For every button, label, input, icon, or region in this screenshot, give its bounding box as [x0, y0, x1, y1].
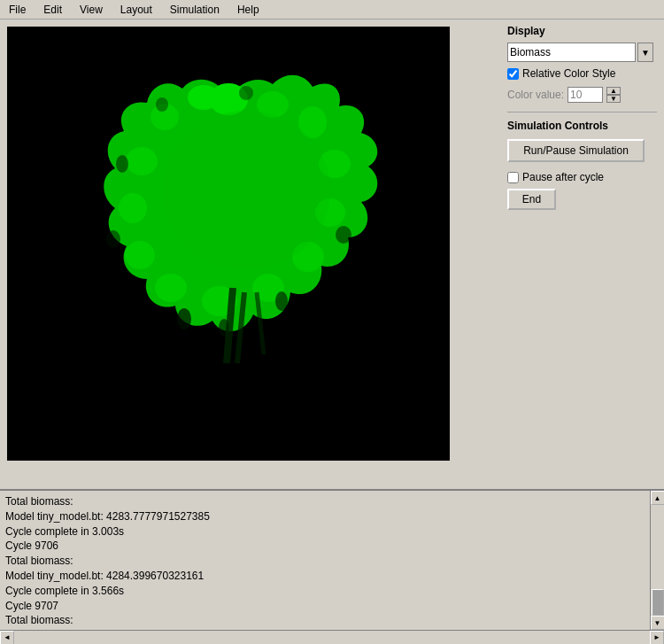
display-dropdown[interactable]: Biomass pH Oxygen Glucose — [507, 43, 636, 62]
log-area[interactable]: Total biomass:Model tiny_model.bt: 4283.… — [0, 491, 650, 630]
log-line: Model tiny_model.bt: 4283.7777971527385 — [5, 509, 645, 524]
log-line: Cycle complete in 3.003s — [5, 524, 645, 539]
log-line: Total biomass: — [5, 494, 645, 509]
log-line: Total biomass: — [5, 554, 645, 569]
color-value-label: Color value: — [507, 89, 564, 101]
log-line: Cycle 9707 — [5, 599, 645, 614]
scroll-up-button[interactable]: ▲ — [651, 491, 665, 505]
menu-layout[interactable]: Layout — [115, 2, 158, 18]
bottom-panel: Total biomass:Model tiny_model.bt: 4283.… — [0, 489, 664, 644]
svg-point-12 — [126, 147, 158, 175]
end-button[interactable]: End — [507, 189, 556, 210]
svg-point-20 — [116, 155, 128, 173]
hscroll-right-button[interactable]: ► — [650, 631, 664, 645]
display-dropdown-container: Biomass pH Oxygen Glucose ▼ — [507, 43, 657, 62]
simulation-canvas — [7, 27, 450, 461]
relative-color-label: Relative Color Style — [522, 67, 615, 80]
svg-point-9 — [155, 274, 187, 302]
display-section-title: Display — [507, 25, 657, 37]
menu-help[interactable]: Help — [232, 2, 265, 18]
svg-point-11 — [119, 193, 147, 223]
scroll-down-button[interactable]: ▼ — [651, 616, 665, 630]
svg-point-19 — [106, 230, 120, 248]
dropdown-arrow-icon[interactable]: ▼ — [637, 43, 653, 62]
menubar: File Edit View Layout Simulation Help — [0, 0, 664, 19]
pause-after-cycle-row: Pause after cycle — [507, 171, 657, 183]
svg-point-15 — [177, 308, 191, 330]
run-pause-button[interactable]: Run/Pause Simulation — [507, 139, 645, 162]
canvas-area — [0, 19, 500, 489]
log-container: Total biomass:Model tiny_model.bt: 4283.… — [0, 491, 664, 630]
main-area: Display Biomass pH Oxygen Glucose ▼ Rela… — [0, 19, 664, 489]
right-panel: Display Biomass pH Oxygen Glucose ▼ Rela… — [500, 19, 664, 489]
hscroll-left-button[interactable]: ◄ — [0, 631, 14, 645]
pause-after-cycle-checkbox[interactable] — [507, 172, 519, 183]
menu-edit[interactable]: Edit — [38, 2, 67, 18]
color-value-spinner: ▲ ▼ — [606, 87, 621, 103]
panel-divider — [507, 112, 657, 113]
menu-file[interactable]: File — [4, 2, 31, 18]
svg-point-21 — [156, 97, 168, 112]
biomass-visualization — [7, 27, 450, 461]
menu-view[interactable]: View — [74, 2, 108, 18]
spinner-up-icon[interactable]: ▲ — [606, 87, 621, 95]
log-line: Total biomass: — [5, 613, 645, 628]
hscroll-track — [14, 631, 650, 645]
svg-point-18 — [336, 226, 351, 244]
relative-color-checkbox[interactable] — [507, 68, 519, 80]
color-value-input[interactable] — [567, 87, 603, 103]
log-line: Cycle 9706 — [5, 539, 645, 554]
svg-point-23 — [162, 111, 330, 270]
svg-point-14 — [188, 85, 220, 110]
color-value-row: Color value: ▲ ▼ — [507, 87, 657, 103]
vertical-scrollbar: ▲ ▼ — [650, 491, 664, 630]
horizontal-scrollbar: ◄ ► — [0, 630, 664, 644]
svg-point-10 — [125, 241, 155, 269]
spinner-down-icon[interactable]: ▼ — [606, 95, 621, 103]
scroll-thumb[interactable] — [652, 589, 664, 616]
simulation-controls-title: Simulation Controls — [507, 120, 657, 132]
scroll-track — [651, 505, 665, 616]
svg-point-22 — [239, 86, 253, 100]
svg-point-17 — [275, 291, 288, 311]
relative-color-row: Relative Color Style — [507, 67, 657, 80]
log-line: Model tiny_model.bt: 4284.399670323161 — [5, 569, 645, 584]
log-line: Cycle complete in 3.566s — [5, 584, 645, 599]
menu-simulation[interactable]: Simulation — [165, 2, 225, 18]
pause-after-cycle-label: Pause after cycle — [522, 171, 604, 183]
